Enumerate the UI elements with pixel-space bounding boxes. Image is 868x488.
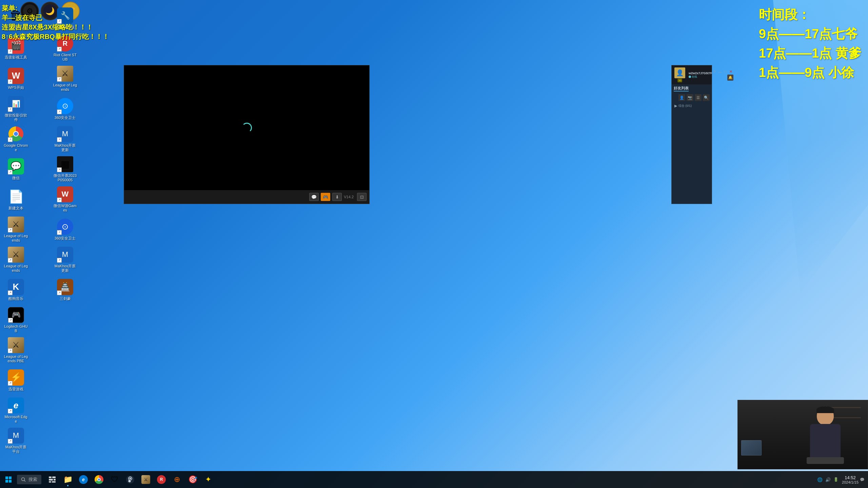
shortcut-arrow: ↗ <box>8 49 13 54</box>
steam-friends-tab[interactable]: 好友列表 <box>674 86 689 92</box>
desktop-icon-wps[interactable]: W ↗ WPS开始 <box>2 64 29 93</box>
steam-level: 30 <box>677 79 683 82</box>
icon-label-edge: Microsoft Edge <box>4 415 28 424</box>
taskbar-origin[interactable]: ⊕ <box>170 472 184 487</box>
toolbar-chat-btn[interactable]: 💬 <box>309 193 319 201</box>
toolbar-settings-btn[interactable]: ⊡ <box>357 193 367 201</box>
webcam-feed <box>738 400 868 469</box>
steam-avatar: 👤 <box>674 67 685 78</box>
toolbar-game-btn[interactable]: 🎮 <box>321 193 330 201</box>
windows-logo-icon <box>5 476 12 483</box>
steam-maximize-btn[interactable]: □ <box>723 69 728 74</box>
taskbar-pubg[interactable]: 🎯 <box>185 472 200 487</box>
shortcut-arrow: ↗ <box>57 230 62 235</box>
desktop-icon-lol3[interactable]: ⚔ ↗ League of Legends PBE <box>2 336 29 365</box>
icon-label-lol2: League of Legends <box>4 264 28 273</box>
desktop-icon-chrome[interactable]: ↗ Google Chrome <box>2 125 29 154</box>
desktop-icon-sanjian[interactable]: 🏯 ↗ 三剑豪 <box>52 276 79 304</box>
icon-label-chrome: Google Chrome <box>4 143 28 152</box>
desktop-icon-thunder[interactable]: ⚡ ↗ 迅雷游戏 <box>2 366 29 395</box>
taskbar-date-display: 2024/1/15 <box>842 480 859 484</box>
svg-point-6 <box>22 478 25 481</box>
taskbar-battery-icon[interactable]: 🔋 <box>833 477 839 482</box>
shortcut-arrow: ↗ <box>8 79 13 84</box>
shortcut-arrow: ↗ <box>8 258 13 263</box>
desktop-icon-makhos2[interactable]: M ↗ MaKhos开票更新 <box>52 125 79 154</box>
desktop-icon-wgame[interactable]: W ↗ 微信W游Games <box>52 185 79 214</box>
steam-notification-btn[interactable]: 🔔 <box>727 75 733 81</box>
taskbar-riot[interactable]: R <box>154 472 169 487</box>
desktop-icon-lol2[interactable]: ⚔ ↗ League of Legends <box>2 245 29 274</box>
taskbar-genshin[interactable]: ✦ <box>201 472 216 487</box>
desktop-icon-edge[interactable]: e ↗ Microsoft Edge <box>2 396 29 425</box>
taskbar-task-view[interactable] <box>45 472 60 487</box>
steam-friends-panel: 👤 30 w2w2x7J7G5t7F 在线 ? — □ ✕ 🔔 <box>671 65 712 204</box>
taskbar-steam[interactable] <box>123 472 138 487</box>
shortcut-arrow: ↗ <box>8 170 13 175</box>
desktop-icon-file[interactable]: 📄 新建文本 <box>2 185 29 214</box>
webcam-overlay <box>737 400 868 469</box>
schedule-title: 时间段： <box>759 5 861 24</box>
steam-panel-tabs: 好友列表 <box>672 84 712 93</box>
shortcut-arrow: ↗ <box>57 258 62 263</box>
shortcut-arrow: ↗ <box>57 137 62 142</box>
taskbar-edge[interactable]: e <box>76 472 91 487</box>
desktop-icon-makhos3[interactable]: M ↗ MaKhos开票更新 <box>52 245 79 274</box>
svg-rect-11 <box>54 479 56 481</box>
taskbar-chrome[interactable] <box>92 472 106 487</box>
shortcut-arrow: ↗ <box>8 348 13 353</box>
steam-search-friends-btn[interactable]: 🔍 <box>703 94 710 101</box>
desktop-icon-lol4[interactable]: ⚔ ↗ League of Legends <box>52 64 79 93</box>
desktop-icon-word[interactable]: 📊 ↗ 微软投影仪软件 <box>2 95 29 123</box>
taskbar-volume-icon[interactable]: 🔊 <box>825 477 831 482</box>
taskbar-notification-icon[interactable]: 💬 <box>860 477 865 482</box>
icon-label-lol3: League of Legends PBE <box>4 354 28 363</box>
icon-label-wps: WPS开始 <box>8 85 24 90</box>
taskbar-search[interactable]: 搜索 <box>17 475 41 484</box>
icon-label-wgame: 微信W游Games <box>53 204 77 212</box>
desktop-icon-bitwarden[interactable]: ⊙ ↗ 360安全卫士 <box>52 215 79 244</box>
search-icon <box>21 477 26 482</box>
desktop-icon-dopamine[interactable]: 🎮 ↗ Logitech GHUB <box>2 306 29 334</box>
shortcut-arrow: ↗ <box>57 290 62 295</box>
taskbar-lol[interactable]: ⚔ <box>138 472 153 487</box>
icon-label-file: 新建文本 <box>8 206 23 210</box>
taskbar-defender[interactable]: 🛡 <box>107 472 122 487</box>
taskbar-file-explorer[interactable]: 📁 <box>60 472 75 487</box>
steam-invite-btn[interactable]: 📷 <box>687 94 693 101</box>
steam-taskbar-icon <box>126 475 135 484</box>
steam-list-btn[interactable]: ☰ <box>695 94 702 101</box>
edge-taskbar-icon: e <box>79 475 88 484</box>
game-loading-screen <box>124 65 369 190</box>
taskbar-time-display: 14:52 <box>842 475 859 480</box>
game-application-window[interactable]: 💬 🎮 ⬇ V14.2 ⊡ <box>124 65 370 204</box>
toolbar-version: V14.2 <box>344 195 354 199</box>
menu-line3: 连盟吉星8X悬3X缩略吃！！！ <box>2 22 109 32</box>
desktop-icon-kugou[interactable]: K ↗ 酷狗音乐 <box>2 276 29 304</box>
start-button[interactable] <box>0 471 17 488</box>
steam-username: w2w2x7J7G5t7F <box>689 72 712 75</box>
icon-label-thunder: 迅雷游戏 <box>8 387 23 391</box>
steam-status-text: 在线 <box>692 75 697 79</box>
shortcut-arrow: ↗ <box>57 198 62 202</box>
steam-minimize-btn[interactable]: — <box>718 69 723 74</box>
desktop-icon-360[interactable]: ⊙ ↗ 360安全卫士 <box>52 95 79 123</box>
steam-add-friend-btn[interactable]: 👤 <box>678 94 685 101</box>
icon-label-lol4: League of Legends <box>53 83 77 92</box>
desktop-icon-wechat[interactable]: 💬 ↗ 微信 <box>2 155 29 184</box>
taskbar: 搜索 📁 e 🛡 <box>0 471 868 488</box>
shortcut-arrow: ↗ <box>8 439 13 444</box>
icon-label-qrcode: 微信开票2023P050005 <box>53 174 77 182</box>
taskbar-network-icon[interactable]: 🌐 <box>817 477 823 482</box>
schedule-slot3: 1点——9点 小徐 <box>759 63 861 82</box>
taskbar-time-date[interactable]: 14:52 2024/1/15 <box>842 475 859 484</box>
desktop-icon-makhos[interactable]: M ↗ MaKhos开票平台 <box>2 426 29 455</box>
steam-help-btn[interactable]: ? <box>712 69 717 74</box>
icon-label-lol1: League of Legends <box>4 234 28 243</box>
steam-close-btn[interactable]: ✕ <box>729 69 733 74</box>
steam-friends-group[interactable]: ▶ 综合 (0/1) <box>672 102 712 109</box>
status-dot <box>689 76 691 78</box>
desktop-icon-qrcode[interactable]: ▦ ↗ 微信开票2023P050005 <box>52 155 79 184</box>
desktop-icon-lol1[interactable]: ⚔ ↗ League of Legends <box>2 215 29 244</box>
toolbar-download-btn[interactable]: ⬇ <box>332 193 342 201</box>
